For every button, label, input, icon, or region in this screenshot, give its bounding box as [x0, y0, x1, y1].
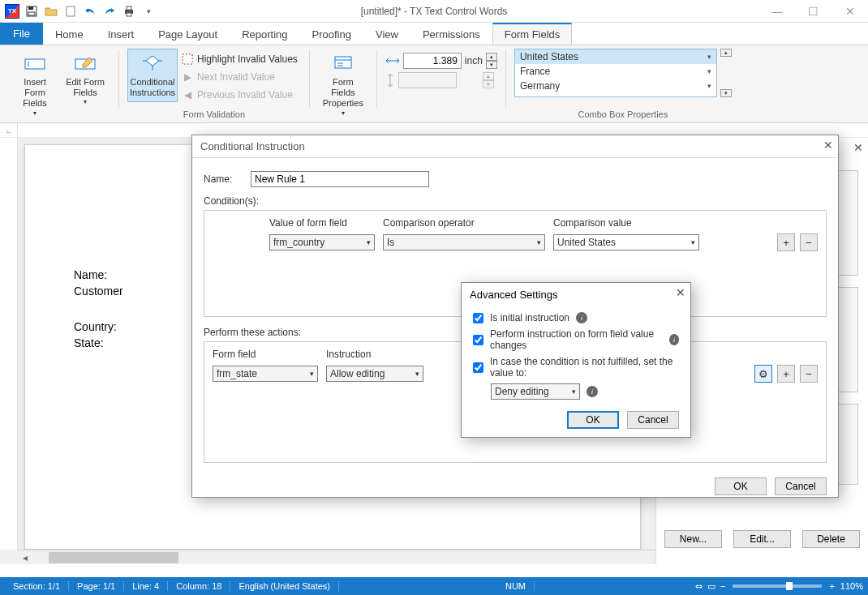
status-num: NUM	[497, 581, 535, 591]
zoom-slider[interactable]	[733, 584, 822, 588]
lbl-on-change: Perform instruction on form field value …	[490, 328, 663, 351]
tab-reporting[interactable]: Reporting	[230, 23, 299, 45]
info-icon[interactable]: i	[576, 312, 587, 323]
gear-icon: ⚙	[758, 368, 768, 380]
combo-up[interactable]: ▴	[720, 49, 732, 57]
highlight-invalid-button[interactable]: Highlight Invalid Values	[178, 50, 301, 68]
combo-item-us[interactable]: United States▾	[515, 49, 716, 64]
panel-delete-button[interactable]: Delete	[802, 530, 860, 548]
group-form-validation: Form Validation	[127, 108, 301, 122]
tab-proofing[interactable]: Proofing	[300, 23, 363, 45]
edit-form-fields-button[interactable]: Edit Form Fields▾	[60, 49, 110, 110]
zoom-in-button[interactable]: +	[829, 581, 834, 591]
combo-items-list[interactable]: United States▾ France▾ Germany▾	[514, 49, 717, 97]
panel-edit-button[interactable]: Edit...	[733, 530, 791, 548]
form-fields-properties-button[interactable]: Form Fields Properties▾	[318, 49, 368, 121]
combo-item-fr[interactable]: France▾	[515, 64, 716, 79]
adv-cancel-button[interactable]: Cancel	[627, 411, 679, 429]
ribbon: Insert Form Fields▾ Edit Form Fields▾ Co…	[0, 45, 868, 123]
fit-width-icon[interactable]: ⇔	[695, 581, 703, 592]
print-icon[interactable]	[120, 2, 138, 20]
qat-more-icon[interactable]: ▾	[140, 2, 157, 20]
adv-ok-button[interactable]: OK	[567, 411, 619, 429]
app-logo: TX	[3, 2, 21, 20]
status-bar: Section: 1/1 Page: 1/1 Line: 4 Column: 1…	[0, 577, 868, 595]
svg-rect-2	[28, 12, 35, 15]
height-input	[398, 72, 457, 88]
lbl-else: In case the condition is not fulfilled, …	[490, 356, 679, 379]
cond-remove-button[interactable]: −	[800, 233, 818, 251]
tab-insert[interactable]: Insert	[96, 23, 147, 45]
combo-down[interactable]: ▾	[720, 89, 732, 97]
tab-file[interactable]: File	[0, 23, 43, 45]
tab-page-layout[interactable]: Page Layout	[146, 23, 230, 45]
info-icon[interactable]: i	[587, 386, 598, 397]
ruler-corner: ∟	[0, 123, 18, 137]
height-down: ▾	[483, 80, 494, 88]
redo-icon[interactable]	[101, 2, 118, 20]
svg-rect-13	[183, 54, 192, 64]
rule-name-input[interactable]	[251, 171, 429, 187]
panel-close-icon[interactable]: ✕	[853, 141, 863, 154]
panel-new-button[interactable]: New...	[664, 530, 722, 548]
edit-textbox-icon	[74, 53, 97, 75]
action-head-field: Form field	[213, 349, 318, 360]
save-icon[interactable]	[23, 2, 41, 20]
cond-op-select[interactable]: Is	[383, 234, 545, 250]
info-icon[interactable]: i	[669, 334, 679, 345]
doc-name-label: Name:	[74, 268, 163, 281]
open-icon[interactable]	[42, 2, 60, 20]
chk-is-initial[interactable]	[473, 313, 483, 323]
combo-item-de[interactable]: Germany▾	[515, 79, 716, 93]
new-icon[interactable]	[62, 2, 79, 20]
group-combo-properties: Combo Box Properties	[514, 108, 732, 122]
window-title: [untitled]* - TX Text Control Words	[361, 6, 508, 17]
chk-else[interactable]	[473, 362, 483, 373]
minimize-button[interactable]: —	[758, 0, 795, 23]
dialog-close-icon[interactable]: ✕	[823, 139, 833, 152]
action-remove-button[interactable]: −	[800, 365, 818, 383]
conditional-instructions-button[interactable]: Conditional Instructions	[127, 49, 178, 102]
width-down[interactable]: ▾	[486, 61, 497, 69]
undo-icon[interactable]	[81, 2, 99, 20]
svg-rect-3	[67, 6, 75, 16]
head-comp: Comparison value	[553, 217, 699, 229]
close-button[interactable]: ✕	[831, 0, 868, 23]
cond-field-select[interactable]: frm_country	[269, 234, 375, 250]
head-value: Value of form field	[269, 217, 375, 229]
cond-value-select[interactable]: United States	[553, 234, 699, 250]
action-head-instr: Instruction	[326, 349, 423, 360]
insert-form-fields-button[interactable]: Insert Form Fields▾	[10, 49, 60, 121]
action-field-select[interactable]: frm_state	[213, 366, 318, 382]
height-up: ▴	[483, 72, 494, 80]
action-settings-button[interactable]: ⚙	[754, 365, 772, 383]
scroll-thumb[interactable]	[49, 552, 178, 563]
action-add-button[interactable]: +	[777, 365, 795, 383]
width-input[interactable]	[403, 53, 462, 69]
cond-add-button[interactable]: +	[777, 233, 795, 251]
textbox-icon	[24, 53, 46, 75]
tab-form-fields[interactable]: Form Fields	[492, 23, 573, 45]
else-value-select[interactable]: Deny editing	[491, 383, 580, 400]
prev-icon: ◀	[181, 88, 194, 101]
maximize-button[interactable]: ☐	[795, 0, 831, 23]
dialog-ok-button[interactable]: OK	[715, 477, 767, 495]
zoom-out-button[interactable]: −	[720, 581, 725, 591]
svg-rect-1	[28, 6, 33, 10]
scroll-left-icon[interactable]: ◂	[18, 550, 32, 565]
diamond-flow-icon	[141, 53, 164, 75]
tab-view[interactable]: View	[363, 23, 410, 45]
fit-page-icon[interactable]: ▭	[707, 581, 715, 592]
tab-permissions[interactable]: Permissions	[410, 23, 492, 45]
dialog-cancel-button[interactable]: Cancel	[775, 477, 827, 495]
previous-invalid-button[interactable]: ◀Previous Invalid Value	[178, 86, 301, 104]
status-section: Section: 1/1	[5, 581, 69, 591]
status-lang: English (United States)	[230, 581, 339, 591]
tab-home[interactable]: Home	[43, 23, 96, 45]
width-up[interactable]: ▴	[486, 53, 497, 61]
action-instr-select[interactable]: Allow editing	[326, 366, 423, 382]
chk-on-change[interactable]	[473, 335, 483, 345]
adv-close-icon[interactable]: ✕	[676, 286, 685, 299]
next-invalid-button[interactable]: ▶Next Invalid Value	[178, 68, 301, 86]
svg-rect-6	[127, 13, 131, 16]
